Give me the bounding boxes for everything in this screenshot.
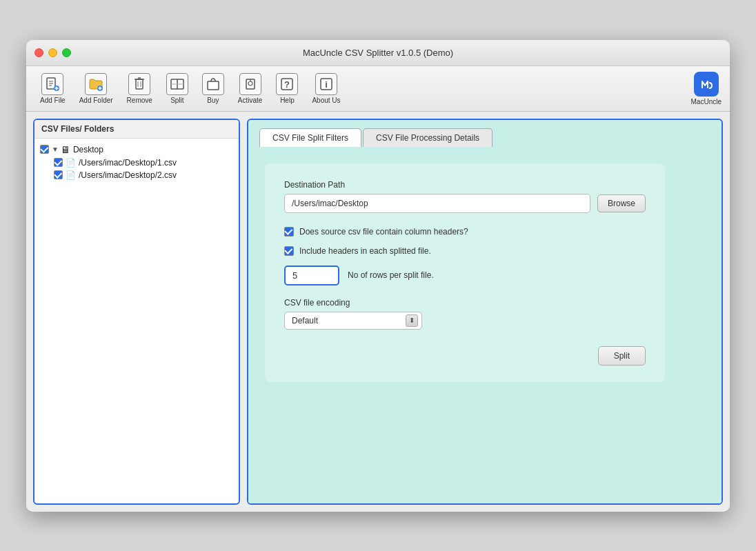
activate-label: Activate bbox=[238, 97, 263, 104]
add-file-button[interactable]: Add File bbox=[34, 70, 71, 107]
maximize-button[interactable] bbox=[62, 48, 71, 57]
help-label: Help bbox=[280, 97, 295, 104]
file-icon-1: 📄 bbox=[66, 158, 76, 168]
encoding-select[interactable]: Default UTF-8 UTF-16 ISO-8859-1 Windows-… bbox=[284, 312, 422, 330]
buy-icon bbox=[202, 73, 224, 95]
child2-label: /Users/imac/Desktop/2.csv bbox=[79, 170, 177, 180]
folder-icon: 🖥 bbox=[61, 144, 70, 155]
checkbox2-row: Include headers in each splitted file. bbox=[284, 246, 646, 256]
tab-processing-details[interactable]: CSV File Processing Details bbox=[363, 128, 493, 147]
split-label: Split bbox=[170, 97, 183, 104]
svg-rect-10 bbox=[136, 79, 143, 89]
window-title: MacUncle CSV Splitter v1.0.5 (Demo) bbox=[303, 48, 453, 58]
split-toolbar-button[interactable]: Split bbox=[161, 70, 194, 107]
main-content: CSV Files/ Folders ▼ 🖥 Desktop 📄 /Users/… bbox=[26, 112, 730, 512]
tab-split-filters-label: CSV File Split Filters bbox=[272, 133, 348, 143]
app-window: MacUncle CSV Splitter v1.0.5 (Demo) Add … bbox=[26, 40, 730, 512]
checkbox1[interactable] bbox=[284, 227, 294, 237]
destination-input[interactable] bbox=[284, 194, 590, 213]
rows-row: No of rows per split file. bbox=[284, 266, 646, 285]
svg-rect-18 bbox=[208, 81, 219, 90]
macuncle-label: MacUncle bbox=[691, 98, 722, 106]
destination-group: Destination Path Browse bbox=[284, 180, 646, 213]
checkbox2-label: Include headers in each splitted file. bbox=[299, 246, 431, 256]
remove-label: Remove bbox=[127, 97, 152, 104]
add-folder-icon bbox=[85, 73, 107, 95]
split-row: Split bbox=[284, 346, 646, 365]
path-row: Browse bbox=[284, 194, 646, 213]
tab-split-filters[interactable]: CSV File Split Filters bbox=[259, 128, 361, 147]
root-checkbox[interactable] bbox=[40, 145, 49, 154]
close-button[interactable] bbox=[34, 48, 43, 57]
tab-processing-details-label: CSV File Processing Details bbox=[376, 133, 479, 143]
encoding-group: CSV file encoding Default UTF-8 UTF-16 I… bbox=[284, 298, 646, 330]
buy-button[interactable]: Buy bbox=[197, 70, 230, 107]
add-folder-button[interactable]: Add Folder bbox=[74, 70, 119, 107]
svg-text:?: ? bbox=[284, 79, 290, 90]
svg-text:i: i bbox=[325, 79, 328, 90]
toolbar: Add File Add Folder bbox=[26, 66, 730, 112]
tab-content: Destination Path Browse Does source csv … bbox=[248, 147, 722, 503]
help-button[interactable]: ? Help bbox=[270, 70, 304, 107]
help-icon: ? bbox=[276, 73, 298, 95]
tree-child-item-2[interactable]: 📄 /Users/imac/Desktop/2.csv bbox=[34, 169, 239, 181]
buy-label: Buy bbox=[207, 97, 219, 104]
child1-checkbox[interactable] bbox=[54, 158, 63, 167]
titlebar: MacUncle CSV Splitter v1.0.5 (Demo) bbox=[26, 40, 730, 66]
tabs-bar: CSV File Split Filters CSV File Processi… bbox=[248, 120, 722, 147]
expand-arrow: ▼ bbox=[52, 146, 59, 153]
remove-button[interactable]: Remove bbox=[121, 70, 158, 107]
encoding-label: CSV file encoding bbox=[284, 298, 646, 308]
child1-label: /Users/imac/Desktop/1.csv bbox=[79, 158, 177, 168]
browse-button[interactable]: Browse bbox=[597, 194, 646, 212]
tree-root-item[interactable]: ▼ 🖥 Desktop bbox=[34, 143, 239, 157]
left-panel-header: CSV Files/ Folders bbox=[34, 120, 239, 139]
left-panel: CSV Files/ Folders ▼ 🖥 Desktop 📄 /Users/… bbox=[33, 119, 240, 505]
about-button[interactable]: i About Us bbox=[306, 70, 346, 107]
checkbox1-row: Does source csv file contain column head… bbox=[284, 227, 646, 237]
split-icon bbox=[166, 73, 188, 95]
add-file-label: Add File bbox=[40, 97, 66, 104]
add-file-icon bbox=[41, 73, 63, 95]
encoding-select-wrapper: Default UTF-8 UTF-16 ISO-8859-1 Windows-… bbox=[284, 312, 422, 330]
rows-input[interactable] bbox=[284, 266, 339, 285]
form-section: Destination Path Browse Does source csv … bbox=[265, 163, 665, 382]
window-controls bbox=[34, 48, 71, 57]
root-label: Desktop bbox=[73, 145, 103, 154]
rows-label: No of rows per split file. bbox=[348, 270, 434, 280]
tree-child-item-1[interactable]: 📄 /Users/imac/Desktop/1.csv bbox=[34, 157, 239, 169]
child2-checkbox[interactable] bbox=[54, 170, 63, 179]
add-folder-label: Add Folder bbox=[79, 97, 113, 104]
destination-label: Destination Path bbox=[284, 180, 646, 190]
macuncle-button[interactable]: MacUncle bbox=[691, 72, 722, 106]
activate-button[interactable]: Activate bbox=[232, 70, 268, 107]
file-icon-2: 📄 bbox=[66, 170, 76, 180]
remove-icon bbox=[128, 73, 150, 95]
about-icon: i bbox=[315, 73, 337, 95]
file-tree: ▼ 🖥 Desktop 📄 /Users/imac/Desktop/1.csv … bbox=[34, 139, 239, 186]
about-label: About Us bbox=[312, 97, 340, 104]
split-button[interactable]: Split bbox=[598, 346, 646, 365]
minimize-button[interactable] bbox=[48, 48, 57, 57]
macuncle-icon bbox=[694, 72, 719, 97]
checkbox2[interactable] bbox=[284, 246, 294, 256]
right-panel: CSV File Split Filters CSV File Processi… bbox=[247, 119, 723, 505]
checkbox1-label: Does source csv file contain column head… bbox=[299, 227, 468, 237]
activate-icon bbox=[239, 73, 261, 95]
